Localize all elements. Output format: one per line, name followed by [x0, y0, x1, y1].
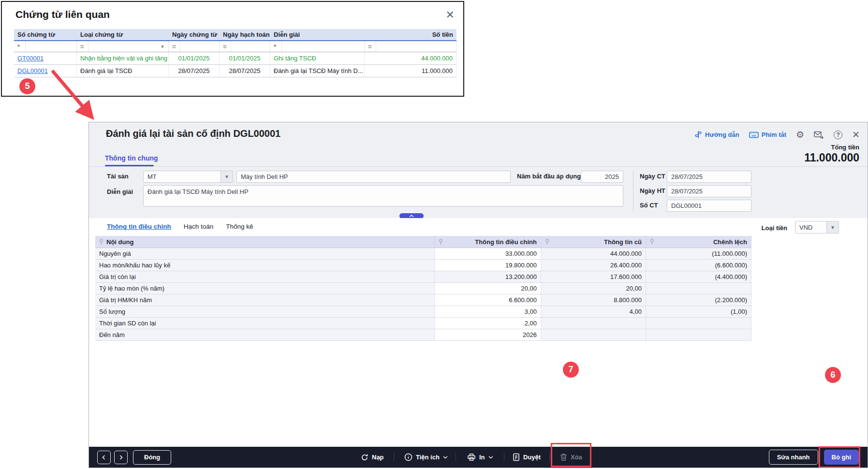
window-close-icon[interactable]: ✕ [852, 130, 860, 139]
doc-date-input[interactable]: 28/07/2025 [667, 171, 751, 183]
adjusted-value-cell[interactable]: 13.200.000 [435, 271, 541, 282]
grid-cell: Giá trị còn lại [95, 271, 435, 282]
grid-cell: (4.400.000) [646, 271, 751, 282]
doc-number-input[interactable]: DGL00001 [667, 200, 751, 212]
filter-operator[interactable]: = [172, 41, 180, 52]
asset-code-value: MT [147, 173, 157, 180]
filter-operator[interactable]: = [80, 41, 88, 52]
chevron-down-icon[interactable]: ▼ [160, 44, 165, 49]
chevron-down-icon[interactable]: ▼ [221, 171, 233, 182]
adjusted-value-cell[interactable]: 20,00 [435, 283, 541, 294]
filter-cell[interactable]: = [169, 41, 220, 52]
print-button[interactable]: In [467, 447, 493, 468]
close-icon[interactable]: ✕ [446, 10, 455, 20]
subtab[interactable]: Thống kê [226, 223, 253, 230]
adjusted-value-cell[interactable]: 6.600.000 [435, 294, 541, 306]
grid-cell: (6.600.000) [646, 260, 751, 271]
pin-icon[interactable] [545, 239, 549, 245]
currency-select[interactable]: VND ▼ [795, 221, 839, 234]
mail-send-icon[interactable] [814, 131, 824, 139]
filter-cell[interactable]: * [270, 41, 365, 52]
table-cell: 28/07/2025 [220, 65, 270, 77]
gear-icon[interactable]: ⚙ [796, 130, 804, 139]
shortcut-link[interactable]: Phím tắt [749, 131, 786, 138]
column-header[interactable]: Số chứng từ [14, 29, 77, 40]
guide-link[interactable]: Hướng dẫn [694, 131, 739, 139]
pin-icon[interactable] [99, 239, 103, 245]
column-header[interactable]: Diễn giải [270, 29, 365, 40]
window-title: Đánh giá lại tài sản cố định DGL00001 [106, 128, 280, 139]
column-header[interactable]: Số tiền [365, 29, 456, 40]
filter-cell[interactable]: = [220, 41, 270, 52]
currency-value: VND [799, 224, 812, 231]
grid-cell: Thời gian SD còn lại [95, 318, 435, 329]
utilities-button[interactable]: Tiện ích [404, 447, 448, 468]
grid-cell: 44.000.000 [541, 248, 646, 259]
filter-cell[interactable]: =▼ [77, 41, 169, 52]
quick-edit-button[interactable]: Sửa nhanh [769, 450, 818, 465]
grid-column-header[interactable]: Thông tin cũ [541, 236, 646, 248]
delete-button[interactable]: Xóa [560, 447, 582, 468]
filter-operator[interactable]: * [17, 41, 26, 52]
table-cell: 01/01/2025 [169, 52, 220, 64]
chevron-down-icon[interactable]: ▼ [826, 221, 839, 233]
chevron-right-icon [118, 454, 124, 460]
table-cell: Ghi tăng TSCĐ [270, 52, 365, 64]
grid-cell: Hao mòn/khấu hao lũy kế [95, 260, 435, 271]
column-header[interactable]: Loại chứng từ [77, 29, 169, 40]
column-header[interactable]: Ngày hạch toán [220, 29, 270, 40]
pin-icon[interactable] [650, 239, 654, 245]
grid-column-label: Thông tin cũ [604, 238, 642, 246]
prev-record-button[interactable] [97, 451, 111, 464]
unpost-button[interactable]: Bỏ ghi [824, 450, 859, 465]
approve-button[interactable]: Duyệt [513, 447, 541, 468]
grid-cell: Tỷ lệ hao mòn (% năm) [95, 283, 435, 294]
grid-cell: 26.400.000 [541, 260, 646, 271]
filter-cell[interactable]: = [365, 41, 456, 52]
tab-thong-tin-chung[interactable]: Thông tin chung [105, 154, 158, 162]
filter-operator[interactable]: * [274, 41, 282, 52]
grid-cell: 8.800.000 [541, 294, 646, 306]
adjusted-value-cell[interactable]: 2026 [435, 329, 541, 340]
grid-column-header[interactable]: Nội dung [95, 236, 435, 248]
refresh-button[interactable]: Nạp [361, 447, 384, 468]
start-year-input[interactable]: 2025 [581, 171, 623, 183]
filter-cell[interactable]: * [14, 41, 77, 52]
asset-code-select[interactable]: MT ▼ [143, 171, 233, 183]
filter-operator[interactable]: = [368, 41, 376, 52]
bottom-toolbar: Đóng Nạp Tiện ích [89, 447, 868, 468]
red-arrow [43, 64, 110, 132]
grid-cell: Nguyên giá [95, 248, 435, 259]
currency-label: Loại tiền [762, 224, 787, 232]
asset-name-input[interactable]: Máy tính Dell HP [236, 171, 511, 183]
description-textarea[interactable]: Đánh giá lại TSCĐ Máy tính Dell HP [143, 185, 623, 206]
step-6-badge: 6 [825, 367, 841, 383]
chevron-down-icon [488, 456, 493, 459]
adjusted-value-cell[interactable]: 19.800.000 [435, 260, 541, 271]
posting-date-input[interactable]: 28/07/2025 [667, 185, 751, 197]
grid-cell: (2.200.000) [646, 294, 751, 306]
document-icon [513, 453, 520, 461]
close-window-button[interactable]: Đóng [133, 450, 171, 465]
adjusted-value-cell[interactable]: 3,00 [435, 306, 541, 317]
shortcut-link-label: Phím tắt [762, 131, 786, 138]
subtab[interactable]: Hạch toán [184, 223, 214, 230]
table-filter-row: *=▼==*= [14, 41, 456, 52]
adjusted-value-cell[interactable]: 2,00 [435, 318, 541, 329]
help-icon[interactable]: ? [834, 131, 842, 139]
posting-date-label: Ngày HT [640, 187, 665, 194]
guide-link-label: Hướng dẫn [705, 131, 739, 138]
grid-column-header[interactable]: Thông tin điều chỉnh [435, 236, 541, 248]
column-header[interactable]: Ngày chứng từ [169, 29, 220, 40]
grid-row: Tỷ lệ hao mòn (% năm)20,0020,00 [95, 283, 751, 294]
grid-cell [646, 329, 751, 340]
next-record-button[interactable] [114, 451, 128, 464]
document-row[interactable]: GT00001Nhận bằng hiện vật và ghi tăng01/… [14, 52, 456, 65]
adjusted-value-cell[interactable]: 33.000.000 [435, 248, 541, 259]
filter-operator[interactable]: = [223, 41, 231, 52]
grid-cell: Đến năm [95, 329, 435, 340]
pin-icon[interactable] [439, 239, 443, 245]
document-link[interactable]: GT00001 [17, 55, 44, 62]
grid-column-header[interactable]: Chênh lệch [646, 236, 751, 248]
subtab[interactable]: Thông tin điều chỉnh [107, 223, 171, 230]
